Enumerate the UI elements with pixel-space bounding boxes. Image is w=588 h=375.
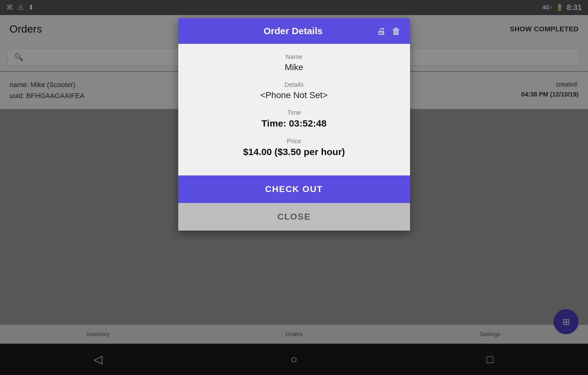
dialog-title: Order Details [210, 26, 377, 36]
order-details-dialog: Order Details 🖨 🗑 Name Mike Details <Pho… [178, 18, 410, 231]
dialog-header-icons: 🖨 🗑 [377, 26, 401, 36]
close-button[interactable]: CLOSE [178, 203, 410, 231]
details-label: Details [191, 81, 398, 88]
time-value: Time: 03:52:48 [191, 118, 398, 129]
delete-icon[interactable]: 🗑 [392, 26, 401, 36]
checkout-button[interactable]: CHECK OUT [178, 175, 410, 203]
dialog-body: Name Mike Details <Phone Not Set> Time T… [178, 44, 410, 175]
details-field-group: Details <Phone Not Set> [191, 81, 398, 100]
name-label: Name [191, 53, 398, 60]
details-value: <Phone Not Set> [191, 90, 398, 100]
time-field-group: Time Time: 03:52:48 [191, 109, 398, 129]
price-label: Price [191, 138, 398, 145]
print-icon[interactable]: 🖨 [377, 26, 386, 36]
name-value: Mike [191, 62, 398, 72]
time-label: Time [191, 109, 398, 116]
dialog-header: Order Details 🖨 🗑 [178, 18, 410, 44]
price-field-group: Price $14.00 ($3.50 per hour) [191, 138, 398, 157]
dialog-actions: CHECK OUT CLOSE [178, 175, 410, 231]
price-value: $14.00 ($3.50 per hour) [191, 147, 398, 157]
name-field-group: Name Mike [191, 53, 398, 72]
